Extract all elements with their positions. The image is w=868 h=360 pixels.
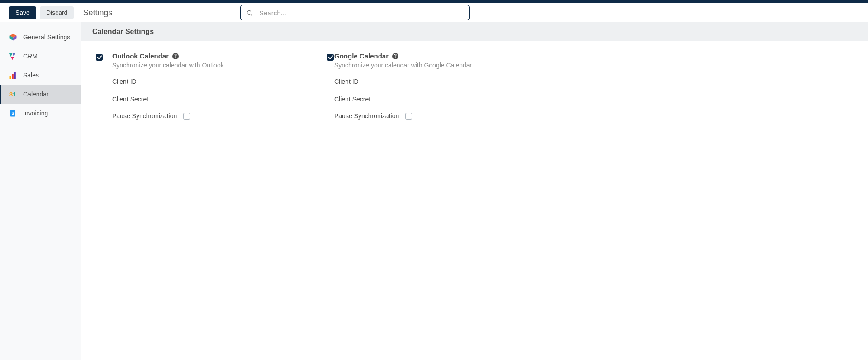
section-title: Calendar Settings bbox=[92, 28, 857, 36]
help-icon[interactable]: ? bbox=[392, 53, 398, 59]
sidebar-item-calendar[interactable]: 3 1 Calendar bbox=[0, 85, 81, 104]
svg-point-0 bbox=[247, 10, 251, 14]
discard-button[interactable]: Discard bbox=[40, 6, 74, 19]
calendar-icon: 3 1 bbox=[9, 90, 18, 99]
sidebar-item-general[interactable]: General Settings bbox=[0, 28, 81, 47]
field-label: Client Secret bbox=[334, 95, 384, 104]
google-client-secret-input[interactable] bbox=[384, 95, 470, 104]
main-content: Calendar Settings Outlook Calendar ? Syn… bbox=[81, 22, 868, 360]
outlook-client-secret-row: Client Secret bbox=[112, 95, 299, 104]
google-title-text: Google Calendar bbox=[334, 52, 389, 60]
sales-icon bbox=[9, 71, 18, 80]
google-pause-label: Pause Synchronization bbox=[334, 112, 399, 120]
svg-text:$: $ bbox=[12, 111, 14, 115]
svg-marker-6 bbox=[12, 53, 15, 57]
svg-marker-7 bbox=[11, 57, 14, 60]
field-label: Client ID bbox=[112, 77, 162, 86]
google-client-id-row: Client ID bbox=[334, 77, 521, 86]
svg-text:3: 3 bbox=[9, 91, 13, 98]
cube-icon bbox=[9, 33, 18, 42]
google-pause-checkbox[interactable] bbox=[405, 113, 412, 120]
google-enable-checkbox[interactable] bbox=[327, 54, 334, 61]
toolbar: Save Discard Settings bbox=[0, 3, 868, 22]
outlook-pause-row: Pause Synchronization bbox=[112, 112, 299, 120]
google-desc: Synchronize your calendar with Google Ca… bbox=[334, 62, 521, 69]
crm-icon bbox=[9, 52, 18, 61]
invoicing-icon: $ bbox=[9, 109, 18, 118]
google-pause-row: Pause Synchronization bbox=[334, 112, 521, 120]
save-button[interactable]: Save bbox=[9, 6, 36, 19]
search-box[interactable] bbox=[240, 5, 470, 20]
svg-rect-10 bbox=[14, 72, 16, 79]
svg-text:1: 1 bbox=[13, 91, 16, 98]
sidebar-item-label: General Settings bbox=[23, 34, 70, 41]
svg-rect-9 bbox=[12, 74, 14, 79]
outlook-pause-checkbox[interactable] bbox=[183, 113, 190, 120]
sidebar-item-sales[interactable]: Sales bbox=[0, 66, 81, 85]
field-label: Client Secret bbox=[112, 95, 162, 104]
settings-content: Outlook Calendar ? Synchronize your cale… bbox=[81, 41, 868, 130]
google-client-secret-row: Client Secret bbox=[334, 95, 521, 104]
sidebar-item-invoicing[interactable]: $ Invoicing bbox=[0, 104, 81, 123]
page-title: Settings bbox=[83, 8, 112, 18]
outlook-client-id-row: Client ID bbox=[112, 77, 299, 86]
top-bar bbox=[0, 0, 868, 3]
sidebar-item-label: Invoicing bbox=[23, 110, 48, 117]
svg-line-1 bbox=[251, 14, 252, 15]
outlook-setting-block: Outlook Calendar ? Synchronize your cale… bbox=[96, 52, 318, 120]
google-title: Google Calendar ? bbox=[334, 52, 521, 60]
field-label: Client ID bbox=[334, 77, 384, 86]
svg-marker-5 bbox=[9, 53, 13, 57]
search-icon bbox=[246, 10, 253, 16]
outlook-client-id-input[interactable] bbox=[162, 77, 248, 86]
google-setting-block: Google Calendar ? Synchronize your calen… bbox=[318, 52, 539, 120]
svg-rect-8 bbox=[10, 76, 11, 79]
outlook-desc: Synchronize your calendar with Outlook bbox=[112, 62, 299, 69]
help-icon[interactable]: ? bbox=[172, 53, 179, 59]
section-header: Calendar Settings bbox=[81, 22, 868, 41]
outlook-client-secret-input[interactable] bbox=[162, 95, 248, 104]
google-client-id-input[interactable] bbox=[384, 77, 470, 86]
outlook-enable-checkbox[interactable] bbox=[96, 54, 103, 61]
sidebar-item-label: CRM bbox=[23, 53, 38, 60]
search-input[interactable] bbox=[259, 9, 464, 17]
outlook-title-text: Outlook Calendar bbox=[112, 52, 169, 60]
sidebar: General Settings CRM Sales bbox=[0, 22, 81, 360]
sidebar-item-label: Calendar bbox=[23, 91, 49, 98]
sidebar-item-crm[interactable]: CRM bbox=[0, 47, 81, 66]
outlook-title: Outlook Calendar ? bbox=[112, 52, 299, 60]
outlook-pause-label: Pause Synchronization bbox=[112, 112, 177, 120]
sidebar-item-label: Sales bbox=[23, 72, 39, 79]
